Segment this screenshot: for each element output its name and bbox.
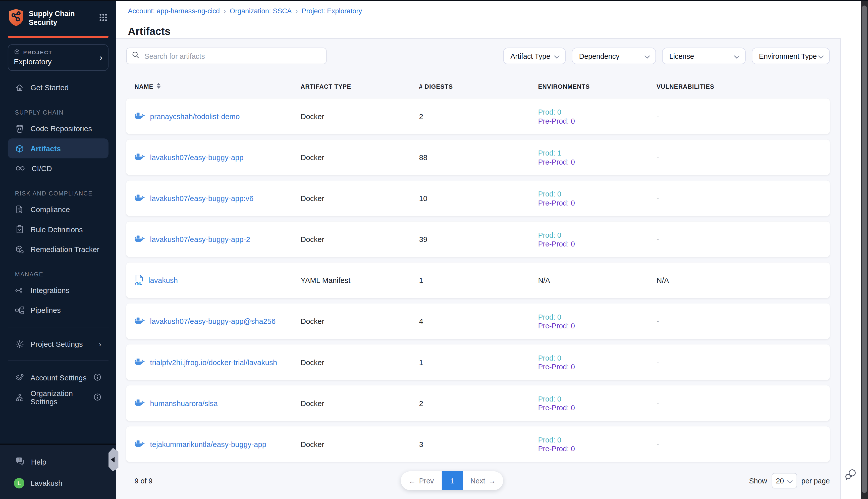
artifact-name-link[interactable]: pranaycshah/todolist-demo <box>150 112 239 120</box>
preprod-env-link[interactable]: Pre-Prod: 0 <box>538 240 575 248</box>
prod-env-link[interactable]: Prod: 0 <box>538 190 561 198</box>
sidebar-item-code-repositories[interactable]: Code Repositories <box>8 119 109 138</box>
column-header-name[interactable]: NAME <box>135 82 301 90</box>
divider <box>8 361 109 361</box>
sidebar-section-label: MANAGE <box>8 268 109 280</box>
help-button[interactable]: ? Help <box>8 452 109 471</box>
gear-icon <box>15 339 24 349</box>
artifact-name-link[interactable]: lavakush07/easy-buggy-app-2 <box>150 235 250 243</box>
name-cell: trialpfv2hi.jfrog.io/docker-trial/lavaku… <box>135 357 301 368</box>
artifact-name-link[interactable]: lavakush07/easy-buggy-app <box>150 153 243 161</box>
prod-env-link[interactable]: Prod: 0 <box>538 313 561 321</box>
digests-cell: 1 <box>419 276 538 284</box>
artifact-name-link[interactable]: lavakush <box>148 276 178 284</box>
column-header-label: # DIGESTS <box>419 83 453 90</box>
breadcrumb-separator: › <box>224 7 226 15</box>
table-row[interactable]: tejakummarikuntla/easy-buggy-appDocker3P… <box>126 426 830 462</box>
column-header-digests: # DIGESTS <box>419 83 538 90</box>
module-grid-icon[interactable] <box>99 13 108 24</box>
page-title: Artifacts <box>128 25 171 37</box>
scrollbar-thumb[interactable] <box>862 5 867 493</box>
sidebar-item-account-settings[interactable]: Account Settings <box>8 368 109 388</box>
sidebar-item-remediation-tracker[interactable]: Remediation Tracker <box>8 239 109 259</box>
preprod-env-link[interactable]: Pre-Prod: 0 <box>538 403 575 412</box>
project-selector[interactable]: PROJECT Exploratory › <box>8 44 109 71</box>
table-row[interactable]: lavakush07/easy-buggy-app:v6Docker10Prod… <box>126 181 830 216</box>
scrollbar[interactable] <box>861 0 868 499</box>
name-cell: lavakush07/easy-buggy-app <box>135 152 301 162</box>
filter-artifact-type[interactable]: Artifact Type <box>503 48 566 64</box>
sidebar-item-organization-settings[interactable]: Organization Settings <box>8 388 109 407</box>
column-header-label: ARTIFACT TYPE <box>301 83 351 90</box>
prev-page-button[interactable]: ← Prev <box>401 471 442 490</box>
sort-icon[interactable] <box>156 82 161 90</box>
layers-gear-icon <box>15 373 24 382</box>
sidebar-item-compliance[interactable]: Compliance <box>8 199 109 219</box>
filter-bar: Artifact TypeDependencyLicenseEnvironmen… <box>503 48 830 64</box>
preprod-env-link[interactable]: Pre-Prod: 0 <box>538 445 575 453</box>
search-box[interactable] <box>126 48 327 64</box>
artifact-name-link[interactable]: lavakush07/easy-buggy-app:v6 <box>150 194 253 203</box>
artifact-name-link[interactable]: humanshuarora/slsa <box>150 399 218 407</box>
table-row[interactable]: pranaycshah/todolist-demoDocker2Prod: 0P… <box>126 98 830 134</box>
preprod-env-link[interactable]: Pre-Prod: 0 <box>538 198 575 207</box>
prod-env-link[interactable]: Prod: 0 <box>538 354 561 362</box>
preprod-env-link[interactable]: Pre-Prod: 0 <box>538 363 575 371</box>
table-footer: 9 of 9 ← Prev 1 Next → Show 20 <box>126 470 830 492</box>
vulnerabilities-cell: - <box>657 194 830 203</box>
table-row[interactable]: lavakush07/easy-buggy-app@sha256Docker4P… <box>126 304 830 339</box>
table-row[interactable]: lavakush07/easy-buggy-app-2Docker39Prod:… <box>126 222 830 257</box>
support-chat-icon[interactable] <box>845 468 857 483</box>
sidebar-item-integrations[interactable]: Integrations <box>8 280 109 300</box>
sidebar-item-label: Compliance <box>30 205 70 214</box>
sidebar-section-label: SUPPLY CHAIN <box>8 106 109 118</box>
prod-env-link[interactable]: Prod: 0 <box>538 231 561 239</box>
filter-license[interactable]: License <box>662 48 746 64</box>
table-row[interactable]: trialpfv2hi.jfrog.io/docker-trial/lavaku… <box>126 344 830 380</box>
search-input[interactable] <box>144 51 321 61</box>
next-page-button[interactable]: Next → <box>463 471 504 490</box>
artifacts-table: pranaycshah/todolist-demoDocker2Prod: 0P… <box>126 98 830 462</box>
digests-cell: 4 <box>419 317 538 325</box>
table-row[interactable]: YMLlavakushYAML Manifest1N/AN/A <box>126 263 830 298</box>
filter-environment-type[interactable]: Environment Type <box>752 48 830 64</box>
prod-env-link[interactable]: Prod: 0 <box>538 394 561 403</box>
page-1-button[interactable]: 1 <box>442 471 463 490</box>
docker-icon <box>135 316 145 326</box>
integrations-icon <box>15 285 24 295</box>
sidebar-item-label: Organization Settings <box>30 389 87 406</box>
sidebar-item-pipelines[interactable]: Pipelines <box>8 300 109 320</box>
filter-label: Dependency <box>579 52 619 60</box>
table-row[interactable]: humanshuarora/slsaDocker2Prod: 0Pre-Prod… <box>126 386 830 421</box>
prod-env-link[interactable]: Prod: 1 <box>538 149 561 157</box>
filter-dependency[interactable]: Dependency <box>572 48 656 64</box>
breadcrumb-link[interactable]: Organization: SSCA <box>230 7 292 15</box>
artifact-name-link[interactable]: lavakush07/easy-buggy-app@sha256 <box>150 317 275 325</box>
prod-env-link[interactable]: Prod: 0 <box>538 436 561 444</box>
breadcrumb-link[interactable]: Account: app-harness-ng-cicd <box>128 7 220 15</box>
preprod-env-link[interactable]: Pre-Prod: 0 <box>538 117 575 125</box>
user-menu[interactable]: L Lavakush <box>8 474 109 492</box>
chevron-down-icon <box>554 52 560 60</box>
artifact-name-link[interactable]: tejakummarikuntla/easy-buggy-app <box>150 440 266 448</box>
sidebar-item-ci-cd[interactable]: CI/CD <box>8 158 109 178</box>
vulnerabilities-cell: N/A <box>657 276 830 284</box>
sidebar-item-get-started[interactable]: Get Started <box>8 78 109 97</box>
digests-cell: 2 <box>419 399 538 407</box>
prod-env-link[interactable]: Prod: 0 <box>538 108 561 116</box>
sidebar-item-artifacts[interactable]: Artifacts <box>8 138 109 158</box>
environments-cell: Prod: 0Pre-Prod: 0 <box>538 231 657 248</box>
breadcrumb-link[interactable]: Project: Exploratory <box>302 7 362 15</box>
per-page-select[interactable]: 20 <box>771 473 797 488</box>
filter-label: License <box>669 52 694 60</box>
breadcrumb-separator: › <box>296 7 298 15</box>
environments-cell: Prod: 0Pre-Prod: 0 <box>538 190 657 207</box>
preprod-env-link[interactable]: Pre-Prod: 0 <box>538 158 575 166</box>
artifact-name-link[interactable]: trialpfv2hi.jfrog.io/docker-trial/lavaku… <box>150 358 277 366</box>
chevron-down-icon <box>644 52 650 60</box>
sidebar-item-rule-definitions[interactable]: Rule Definitions <box>8 219 109 239</box>
chevron-right-icon: › <box>99 340 101 348</box>
preprod-env-link[interactable]: Pre-Prod: 0 <box>538 321 575 330</box>
table-row[interactable]: lavakush07/easy-buggy-appDocker88Prod: 1… <box>126 139 830 175</box>
sidebar-item-project-settings[interactable]: Project Settings › <box>8 334 109 354</box>
